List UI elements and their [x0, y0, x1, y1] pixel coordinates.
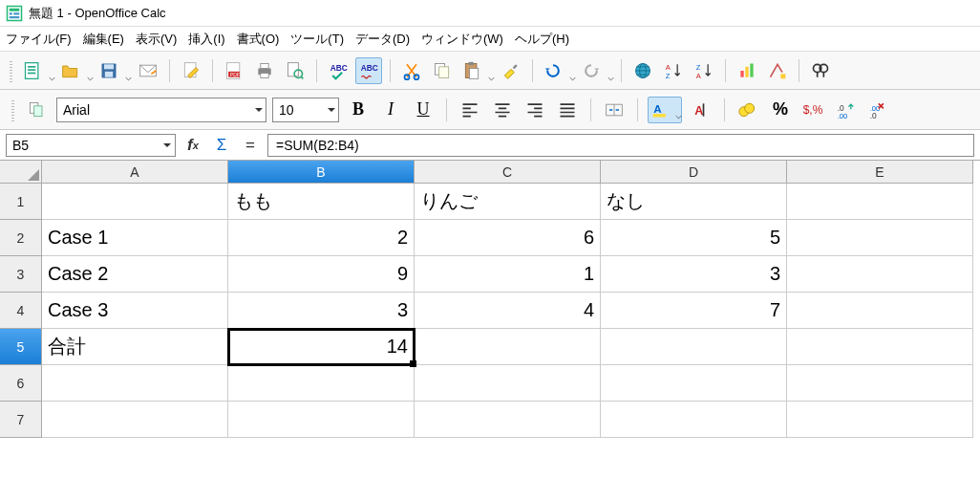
row-header-1[interactable]: 1: [0, 184, 42, 220]
cell-C3[interactable]: 1: [415, 256, 601, 293]
cell-C1[interactable]: りんご: [415, 184, 601, 220]
cell-C2[interactable]: 6: [415, 220, 601, 256]
cell-A6[interactable]: [42, 365, 228, 402]
cell-A2[interactable]: Case 1: [42, 220, 228, 256]
font-size-select[interactable]: 10: [272, 98, 339, 122]
font-name-select[interactable]: Arial: [56, 98, 266, 122]
delete-decimal-icon[interactable]: .00.0: [864, 97, 891, 123]
redo-icon[interactable]: [579, 57, 613, 84]
cell-D7[interactable]: [601, 402, 787, 438]
col-header-C[interactable]: C: [415, 161, 601, 184]
save-icon[interactable]: [96, 57, 131, 84]
standard-format-icon[interactable]: $,%: [799, 97, 826, 123]
format-paintbrush-icon[interactable]: [498, 57, 524, 84]
cell-B1[interactable]: もも: [228, 184, 415, 220]
right-to-left-icon[interactable]: A: [688, 97, 714, 123]
cell-B3[interactable]: 9: [228, 256, 415, 293]
email-icon[interactable]: [135, 57, 161, 84]
col-header-A[interactable]: A: [42, 161, 228, 184]
cell-D5[interactable]: [601, 329, 787, 365]
menu-view[interactable]: 表示(V): [136, 31, 177, 48]
cell-reference-box[interactable]: B5: [6, 134, 176, 157]
cell-E1[interactable]: [787, 184, 973, 220]
col-header-D[interactable]: D: [601, 161, 787, 184]
sort-asc-icon[interactable]: AZ: [660, 57, 687, 84]
sum-icon[interactable]: Σ: [210, 134, 233, 157]
cell-C7[interactable]: [415, 402, 601, 438]
percent-icon[interactable]: %: [767, 97, 794, 123]
italic-button[interactable]: I: [377, 97, 404, 123]
row-header-7[interactable]: 7: [0, 402, 42, 438]
align-center-icon[interactable]: [489, 97, 516, 123]
menu-edit[interactable]: 編集(E): [83, 31, 124, 48]
row-header-2[interactable]: 2: [0, 220, 42, 256]
select-all-corner[interactable]: [0, 161, 42, 184]
cell-C6[interactable]: [415, 365, 601, 402]
new-doc-icon[interactable]: [20, 57, 54, 84]
pdf-export-icon[interactable]: PDF: [221, 57, 247, 84]
underline-button[interactable]: U: [410, 97, 437, 123]
chart-icon[interactable]: [734, 57, 760, 84]
menu-insert[interactable]: 挿入(I): [188, 31, 224, 48]
menu-file[interactable]: ファイル(F): [6, 31, 72, 48]
align-justify-icon[interactable]: [554, 97, 581, 123]
cell-D1[interactable]: なし: [601, 184, 787, 220]
hyperlink-icon[interactable]: [629, 57, 656, 84]
cell-E5[interactable]: [787, 329, 973, 365]
cell-B5[interactable]: 14: [228, 329, 415, 365]
cell-E4[interactable]: [787, 293, 973, 329]
cell-E6[interactable]: [787, 365, 973, 402]
merge-cells-icon[interactable]: [601, 97, 628, 123]
menu-data[interactable]: データ(D): [355, 31, 410, 48]
cell-B7[interactable]: [228, 402, 415, 438]
cell-A7[interactable]: [42, 402, 228, 438]
cell-B4[interactable]: 3: [228, 293, 415, 329]
add-decimal-icon[interactable]: .0.00: [832, 97, 859, 123]
align-right-icon[interactable]: [522, 97, 548, 123]
align-left-icon[interactable]: [457, 97, 483, 123]
cell-A1[interactable]: [42, 184, 228, 220]
cell-E3[interactable]: [787, 256, 973, 293]
cell-E2[interactable]: [787, 220, 973, 256]
cell-B2[interactable]: 2: [228, 220, 415, 256]
show-draw-icon[interactable]: [764, 57, 791, 84]
cell-D4[interactable]: 7: [601, 293, 787, 329]
cell-D3[interactable]: 3: [601, 256, 787, 293]
formula-input[interactable]: =SUM(B2:B4): [267, 134, 974, 157]
cell-A3[interactable]: Case 2: [42, 256, 228, 293]
paste-icon[interactable]: [459, 57, 494, 84]
cut-icon[interactable]: [398, 57, 425, 84]
cell-A4[interactable]: Case 3: [42, 293, 228, 329]
function-wizard-icon[interactable]: fx: [181, 134, 204, 157]
cell-C4[interactable]: 4: [415, 293, 601, 329]
styles-icon[interactable]: [24, 97, 51, 123]
left-to-right-icon[interactable]: A: [648, 97, 682, 123]
undo-icon[interactable]: [541, 57, 575, 84]
col-header-E[interactable]: E: [787, 161, 973, 184]
cell-A5[interactable]: 合計: [42, 329, 228, 365]
spreadsheet-grid[interactable]: A B C D E: [0, 161, 980, 184]
print-preview-icon[interactable]: [282, 57, 309, 84]
print-icon[interactable]: [251, 57, 278, 84]
spellcheck-icon[interactable]: ABC: [325, 57, 352, 84]
cell-D2[interactable]: 5: [601, 220, 787, 256]
cell-B6[interactable]: [228, 365, 415, 402]
auto-spellcheck-icon[interactable]: ABC: [355, 57, 382, 84]
menu-window[interactable]: ウィンドウ(W): [421, 31, 503, 48]
col-header-B[interactable]: B: [228, 161, 415, 184]
equals-icon[interactable]: =: [239, 134, 262, 157]
row-header-5[interactable]: 5: [0, 329, 42, 365]
menu-tools[interactable]: ツール(T): [290, 31, 344, 48]
copy-icon[interactable]: [429, 57, 456, 84]
bold-button[interactable]: B: [345, 97, 372, 123]
menu-format[interactable]: 書式(O): [237, 31, 280, 48]
edit-file-icon[interactable]: [178, 57, 204, 84]
row-header-3[interactable]: 3: [0, 256, 42, 293]
cell-D6[interactable]: [601, 365, 787, 402]
sort-desc-icon[interactable]: ZA: [691, 57, 717, 84]
menu-help[interactable]: ヘルプ(H): [515, 31, 569, 48]
row-header-4[interactable]: 4: [0, 293, 42, 329]
cell-C5[interactable]: [415, 329, 601, 365]
find-icon[interactable]: [807, 57, 834, 84]
currency-icon[interactable]: [735, 97, 761, 123]
